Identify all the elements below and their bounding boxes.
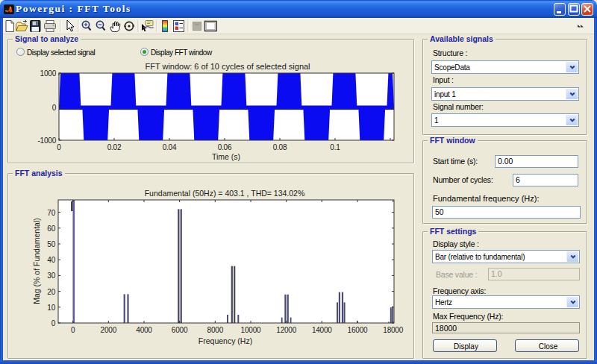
svg-text:10: 10 — [47, 304, 55, 312]
svg-text:16000: 16000 — [348, 326, 368, 334]
svg-text:6000: 6000 — [172, 326, 188, 334]
svg-text:FFT window: 6 of 10 cycles of: FFT window: 6 of 10 cycles of selected s… — [145, 62, 310, 71]
svg-text:0.06: 0.06 — [218, 143, 232, 151]
svg-text:1000: 1000 — [40, 69, 57, 78]
svg-text:0: 0 — [71, 326, 75, 334]
svg-text:0.04: 0.04 — [163, 143, 177, 151]
svg-text:40: 40 — [47, 256, 55, 264]
svg-text:50: 50 — [47, 240, 55, 248]
svg-text:30: 30 — [47, 272, 55, 280]
svg-text:Fundamental (50Hz) = 403.1 , T: Fundamental (50Hz) = 403.1 , THD= 134.02… — [145, 189, 305, 198]
svg-text:Time (s): Time (s) — [212, 152, 240, 161]
svg-text:12000: 12000 — [276, 326, 296, 334]
svg-text:70: 70 — [47, 209, 55, 217]
svg-text:2000: 2000 — [101, 326, 117, 334]
svg-text:4000: 4000 — [136, 326, 152, 334]
svg-text:0.02: 0.02 — [107, 143, 122, 151]
svg-text:18000: 18000 — [383, 326, 403, 334]
svg-text:0: 0 — [51, 319, 56, 327]
svg-text:0.1: 0.1 — [330, 143, 340, 151]
svg-text:14000: 14000 — [312, 326, 332, 334]
svg-text:-1000: -1000 — [37, 136, 56, 145]
svg-text:0.08: 0.08 — [273, 143, 287, 151]
svg-text:Mag (% of Fundamental): Mag (% of Fundamental) — [32, 218, 41, 304]
svg-text:0: 0 — [52, 104, 57, 112]
svg-text:Frequency (Hz): Frequency (Hz) — [199, 336, 252, 345]
svg-text:10000: 10000 — [241, 326, 261, 334]
svg-text:20: 20 — [47, 288, 55, 296]
svg-text:0: 0 — [57, 143, 61, 151]
svg-text:60: 60 — [47, 225, 55, 233]
svg-text:8000: 8000 — [207, 326, 224, 334]
